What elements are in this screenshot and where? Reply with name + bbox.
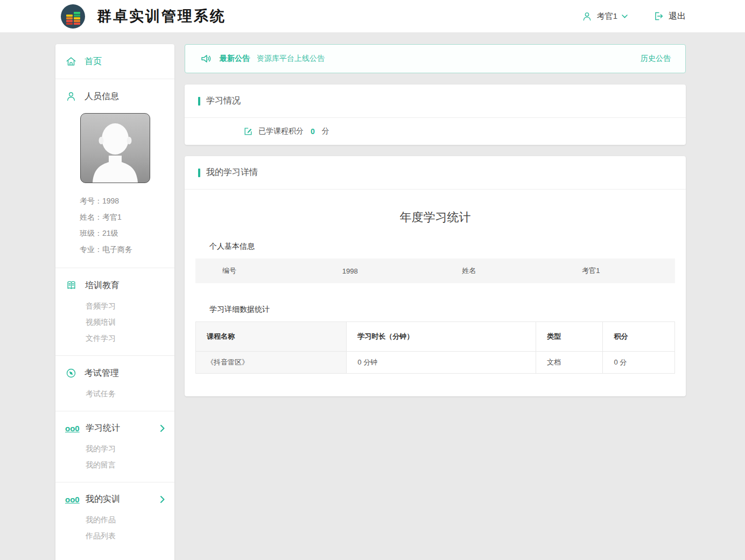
stats-col-header: 积分	[603, 322, 675, 352]
study-status-card: 学习情况 已学课程积分 0 分	[185, 85, 686, 145]
study-detail-title: 我的学习详情	[206, 167, 258, 178]
sidebar-subitem-exam-tasks[interactable]: 考试任务	[86, 386, 165, 402]
accent-bar	[198, 169, 200, 177]
stats-cell-duration: 0 分钟	[347, 352, 536, 374]
user-icon	[581, 11, 593, 22]
announcement-bar: 最新公告 资源库平台上线公告 历史公告	[185, 44, 686, 73]
score-value: 0	[308, 127, 317, 136]
avatar	[80, 113, 150, 183]
edit-icon	[243, 126, 254, 137]
sidebar-subitem-video-training[interactable]: 视频培训	[86, 314, 165, 330]
sidebar-item-label: 人员信息	[85, 91, 119, 102]
sidebar-item-label: 首页	[85, 56, 102, 67]
user-menu[interactable]: 考官1	[581, 11, 628, 22]
stats-table-header-row: 课程名称 学习时长（分钟） 类型 积分	[196, 322, 675, 352]
sidebar-item-label: 学习统计	[86, 423, 120, 434]
profile-field: 班级：21级	[80, 225, 165, 241]
basic-info-heading: 个人基本信息	[209, 242, 675, 251]
sidebar-subitem-my-messages[interactable]: 我的留言	[86, 457, 165, 473]
logout-label: 退出	[669, 11, 686, 22]
basic-info-cell: 编号	[195, 266, 315, 276]
stats-cell-course: 《抖音雷区》	[196, 352, 347, 374]
chevron-right-icon	[160, 425, 165, 432]
stats-table: 课程名称 学习时长（分钟） 类型 积分 《抖音雷区》 0 分钟 文档 0 分	[195, 321, 675, 374]
score-label: 已学课程积分	[258, 127, 304, 136]
book-icon	[65, 279, 78, 291]
logout-icon	[652, 10, 664, 22]
sidebar-item-label: 培训教育	[85, 280, 120, 291]
sidebar: 首页 人员信息	[55, 44, 174, 560]
profile-fields: 考号：1998 姓名：考官1 班级：21级 专业：电子商务	[65, 190, 165, 260]
announcement-history-link[interactable]: 历史公告	[641, 54, 671, 64]
report-title: 年度学习统计	[195, 190, 675, 242]
announcement-message-link[interactable]: 资源库平台上线公告	[257, 54, 325, 64]
sidebar-item-my-practice[interactable]: oo0 我的实训	[65, 491, 165, 508]
home-icon	[65, 55, 77, 67]
sidebar-item-label: 我的实训	[86, 494, 120, 505]
stats-col-header: 类型	[536, 322, 603, 352]
app-title: 群卓实训管理系统	[97, 6, 226, 26]
sidebar-item-exam[interactable]: 考试管理	[65, 364, 165, 382]
stats-heading: 学习详细数据统计	[209, 305, 675, 314]
study-detail-card: 我的学习详情 年度学习统计 个人基本信息 编号 1998 姓名 考官1 学习详细…	[185, 156, 686, 396]
stats-cell-score: 0 分	[603, 352, 675, 374]
user-name: 考官1	[597, 11, 617, 22]
basic-info-cell: 姓名	[435, 266, 556, 276]
stats-cell-type: 文档	[536, 352, 603, 374]
basic-info-row: 编号 1998 姓名 考官1	[195, 258, 675, 283]
basic-info-cell: 考官1	[555, 266, 675, 276]
sidebar-item-profile[interactable]: 人员信息	[65, 87, 165, 106]
sidebar-subitem-works-list[interactable]: 作品列表	[86, 528, 165, 544]
profile-field: 考号：1998	[80, 193, 165, 209]
logout-button[interactable]: 退出	[652, 10, 686, 22]
sidebar-subitem-my-study[interactable]: 我的学习	[86, 440, 165, 457]
chevron-down-icon	[622, 15, 628, 18]
accent-bar	[198, 97, 200, 106]
study-status-header: 学习情况	[185, 85, 686, 118]
basic-info-cell: 1998	[315, 267, 435, 275]
sidebar-item-label: 考试管理	[85, 368, 119, 379]
announcement-label: 最新公告	[220, 54, 250, 64]
score-row: 已学课程积分 0 分	[185, 118, 686, 145]
stats-col-header: 课程名称	[196, 322, 347, 352]
bar-chart-icon: oo0	[65, 495, 78, 503]
sidebar-item-home[interactable]: 首页	[65, 52, 165, 71]
sidebar-item-training[interactable]: 培训教育	[65, 276, 165, 295]
profile-field: 专业：电子商务	[80, 241, 165, 257]
score-unit: 分	[322, 127, 329, 136]
study-status-title: 学习情况	[206, 95, 241, 107]
sidebar-subitem-audio-study[interactable]: 音频学习	[86, 298, 165, 314]
profile-field: 姓名：考官1	[80, 209, 165, 225]
sidebar-item-study-stats[interactable]: oo0 学习统计	[65, 419, 165, 437]
main-content: 最新公告 资源库平台上线公告 历史公告 学习情况 已学课程积分 0 分	[185, 44, 686, 396]
study-detail-header: 我的学习详情	[185, 156, 686, 190]
bar-chart-icon: oo0	[65, 424, 78, 432]
sidebar-subitem-file-study[interactable]: 文件学习	[86, 330, 165, 346]
person-icon	[65, 90, 77, 102]
chevron-right-icon	[160, 496, 165, 503]
app-logo-icon	[61, 4, 85, 29]
speaker-icon	[200, 52, 213, 65]
top-header: 群卓实训管理系统 考官1	[0, 0, 745, 32]
stats-col-header: 学习时长（分钟）	[347, 322, 536, 352]
sidebar-subitem-my-works[interactable]: 我的作品	[86, 512, 165, 528]
table-row: 《抖音雷区》 0 分钟 文档 0 分	[196, 352, 675, 374]
compass-icon	[65, 367, 77, 379]
